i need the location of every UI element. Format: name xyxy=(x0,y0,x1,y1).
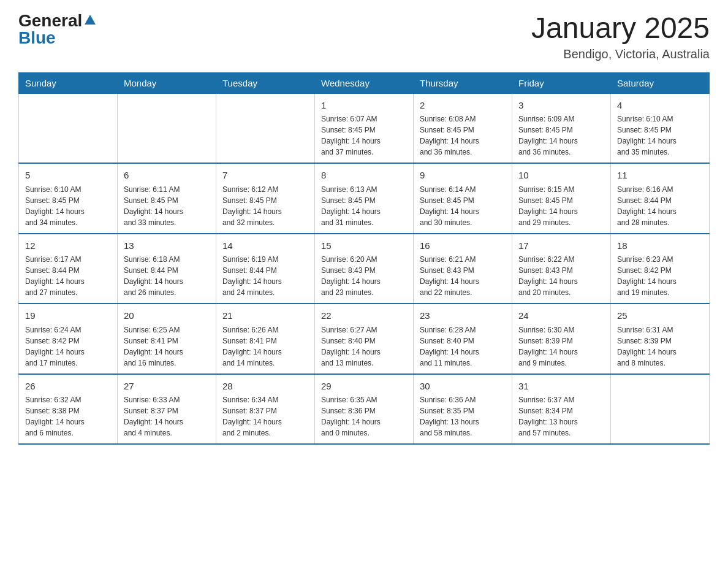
calendar-cell: 12Sunrise: 6:17 AMSunset: 8:44 PMDayligh… xyxy=(19,234,118,304)
calendar-cell: 25Sunrise: 6:31 AMSunset: 8:39 PMDayligh… xyxy=(611,304,710,374)
day-number: 29 xyxy=(321,380,407,394)
day-number: 1 xyxy=(321,99,407,113)
calendar-cell: 31Sunrise: 6:37 AMSunset: 8:34 PMDayligh… xyxy=(512,374,611,445)
day-number: 13 xyxy=(124,239,210,253)
calendar-cell: 10Sunrise: 6:15 AMSunset: 8:45 PMDayligh… xyxy=(512,163,611,234)
calendar-cell: 26Sunrise: 6:32 AMSunset: 8:38 PMDayligh… xyxy=(19,374,118,445)
day-number: 23 xyxy=(420,309,506,323)
day-number: 6 xyxy=(124,169,210,183)
calendar-cell xyxy=(611,374,710,445)
day-info: Sunrise: 6:25 AMSunset: 8:41 PMDaylight:… xyxy=(124,324,210,369)
logo-blue-text: Blue xyxy=(18,29,56,47)
day-info: Sunrise: 6:21 AMSunset: 8:43 PMDaylight:… xyxy=(420,254,506,298)
day-number: 19 xyxy=(25,309,111,323)
day-number: 14 xyxy=(222,239,308,253)
day-number: 30 xyxy=(420,380,506,394)
calendar-cell: 2Sunrise: 6:08 AMSunset: 8:45 PMDaylight… xyxy=(414,93,512,163)
day-info: Sunrise: 6:12 AMSunset: 8:45 PMDaylight:… xyxy=(222,184,308,228)
calendar-cell xyxy=(216,93,315,163)
day-info: Sunrise: 6:24 AMSunset: 8:42 PMDaylight:… xyxy=(25,324,111,369)
day-info: Sunrise: 6:15 AMSunset: 8:45 PMDaylight:… xyxy=(518,184,604,228)
day-info: Sunrise: 6:14 AMSunset: 8:45 PMDaylight:… xyxy=(420,184,506,228)
calendar-cell xyxy=(19,93,118,163)
day-info: Sunrise: 6:07 AMSunset: 8:45 PMDaylight:… xyxy=(321,113,407,158)
day-number: 11 xyxy=(617,169,703,183)
day-number: 24 xyxy=(518,309,604,323)
calendar-cell: 18Sunrise: 6:23 AMSunset: 8:42 PMDayligh… xyxy=(611,234,710,304)
day-info: Sunrise: 6:13 AMSunset: 8:45 PMDaylight:… xyxy=(321,184,407,228)
day-info: Sunrise: 6:30 AMSunset: 8:39 PMDaylight:… xyxy=(518,324,604,369)
calendar-cell: 14Sunrise: 6:19 AMSunset: 8:44 PMDayligh… xyxy=(216,234,315,304)
calendar-header-row: SundayMondayTuesdayWednesdayThursdayFrid… xyxy=(19,72,710,93)
calendar-cell: 30Sunrise: 6:36 AMSunset: 8:35 PMDayligh… xyxy=(414,374,512,445)
calendar-table: SundayMondayTuesdayWednesdayThursdayFrid… xyxy=(18,72,710,445)
day-info: Sunrise: 6:34 AMSunset: 8:37 PMDaylight:… xyxy=(222,394,308,439)
calendar-cell: 6Sunrise: 6:11 AMSunset: 8:45 PMDaylight… xyxy=(118,163,216,234)
calendar-cell: 9Sunrise: 6:14 AMSunset: 8:45 PMDaylight… xyxy=(414,163,512,234)
day-number: 28 xyxy=(222,380,308,394)
day-info: Sunrise: 6:19 AMSunset: 8:44 PMDaylight:… xyxy=(222,254,308,298)
calendar-cell: 1Sunrise: 6:07 AMSunset: 8:45 PMDaylight… xyxy=(315,93,414,163)
day-number: 10 xyxy=(518,169,604,183)
day-info: Sunrise: 6:35 AMSunset: 8:36 PMDaylight:… xyxy=(321,394,407,439)
day-number: 16 xyxy=(420,239,506,253)
day-number: 27 xyxy=(124,380,210,394)
logo-general-text: General xyxy=(18,12,82,29)
week-row-3: 19Sunrise: 6:24 AMSunset: 8:42 PMDayligh… xyxy=(19,304,710,374)
day-info: Sunrise: 6:26 AMSunset: 8:41 PMDaylight:… xyxy=(222,324,308,369)
header-friday: Friday xyxy=(512,72,611,93)
day-number: 7 xyxy=(222,169,308,183)
calendar-cell: 17Sunrise: 6:22 AMSunset: 8:43 PMDayligh… xyxy=(512,234,611,304)
day-number: 20 xyxy=(124,309,210,323)
day-number: 12 xyxy=(25,239,111,253)
header-sunday: Sunday xyxy=(19,72,118,93)
calendar-cell: 15Sunrise: 6:20 AMSunset: 8:43 PMDayligh… xyxy=(315,234,414,304)
day-number: 3 xyxy=(518,99,604,113)
calendar-cell xyxy=(118,93,216,163)
day-number: 4 xyxy=(617,99,703,113)
week-row-1: 5Sunrise: 6:10 AMSunset: 8:45 PMDaylight… xyxy=(19,163,710,234)
calendar-cell: 4Sunrise: 6:10 AMSunset: 8:45 PMDaylight… xyxy=(611,93,710,163)
day-number: 18 xyxy=(617,239,703,253)
calendar-cell: 24Sunrise: 6:30 AMSunset: 8:39 PMDayligh… xyxy=(512,304,611,374)
day-info: Sunrise: 6:08 AMSunset: 8:45 PMDaylight:… xyxy=(420,113,506,158)
day-number: 21 xyxy=(222,309,308,323)
day-info: Sunrise: 6:31 AMSunset: 8:39 PMDaylight:… xyxy=(617,324,703,369)
page-header: General Blue January 2025 Bendigo, Victo… xyxy=(18,12,710,61)
calendar-cell: 13Sunrise: 6:18 AMSunset: 8:44 PMDayligh… xyxy=(118,234,216,304)
day-info: Sunrise: 6:37 AMSunset: 8:34 PMDaylight:… xyxy=(518,394,604,439)
svg-marker-0 xyxy=(85,15,96,25)
calendar-cell: 11Sunrise: 6:16 AMSunset: 8:44 PMDayligh… xyxy=(611,163,710,234)
day-info: Sunrise: 6:22 AMSunset: 8:43 PMDaylight:… xyxy=(518,254,604,298)
calendar-cell: 22Sunrise: 6:27 AMSunset: 8:40 PMDayligh… xyxy=(315,304,414,374)
header-saturday: Saturday xyxy=(611,72,710,93)
title-block: January 2025 Bendigo, Victoria, Australi… xyxy=(531,12,710,61)
day-number: 31 xyxy=(518,380,604,394)
day-number: 17 xyxy=(518,239,604,253)
day-info: Sunrise: 6:17 AMSunset: 8:44 PMDaylight:… xyxy=(25,254,111,298)
calendar-cell: 19Sunrise: 6:24 AMSunset: 8:42 PMDayligh… xyxy=(19,304,118,374)
day-number: 15 xyxy=(321,239,407,253)
day-info: Sunrise: 6:09 AMSunset: 8:45 PMDaylight:… xyxy=(518,113,604,158)
calendar-cell: 27Sunrise: 6:33 AMSunset: 8:37 PMDayligh… xyxy=(118,374,216,445)
logo-triangle-icon xyxy=(83,13,97,27)
day-info: Sunrise: 6:32 AMSunset: 8:38 PMDaylight:… xyxy=(25,394,111,439)
calendar-cell: 16Sunrise: 6:21 AMSunset: 8:43 PMDayligh… xyxy=(414,234,512,304)
day-number: 5 xyxy=(25,169,111,183)
day-info: Sunrise: 6:36 AMSunset: 8:35 PMDaylight:… xyxy=(420,394,506,439)
day-info: Sunrise: 6:20 AMSunset: 8:43 PMDaylight:… xyxy=(321,254,407,298)
day-info: Sunrise: 6:27 AMSunset: 8:40 PMDaylight:… xyxy=(321,324,407,369)
day-info: Sunrise: 6:10 AMSunset: 8:45 PMDaylight:… xyxy=(617,113,703,158)
day-number: 25 xyxy=(617,309,703,323)
day-number: 22 xyxy=(321,309,407,323)
calendar-cell: 5Sunrise: 6:10 AMSunset: 8:45 PMDaylight… xyxy=(19,163,118,234)
calendar-cell: 28Sunrise: 6:34 AMSunset: 8:37 PMDayligh… xyxy=(216,374,315,445)
day-number: 2 xyxy=(420,99,506,113)
header-thursday: Thursday xyxy=(414,72,512,93)
location-title: Bendigo, Victoria, Australia xyxy=(531,47,710,61)
day-number: 8 xyxy=(321,169,407,183)
calendar-cell: 7Sunrise: 6:12 AMSunset: 8:45 PMDaylight… xyxy=(216,163,315,234)
day-info: Sunrise: 6:10 AMSunset: 8:45 PMDaylight:… xyxy=(25,184,111,228)
header-tuesday: Tuesday xyxy=(216,72,315,93)
day-info: Sunrise: 6:33 AMSunset: 8:37 PMDaylight:… xyxy=(124,394,210,439)
